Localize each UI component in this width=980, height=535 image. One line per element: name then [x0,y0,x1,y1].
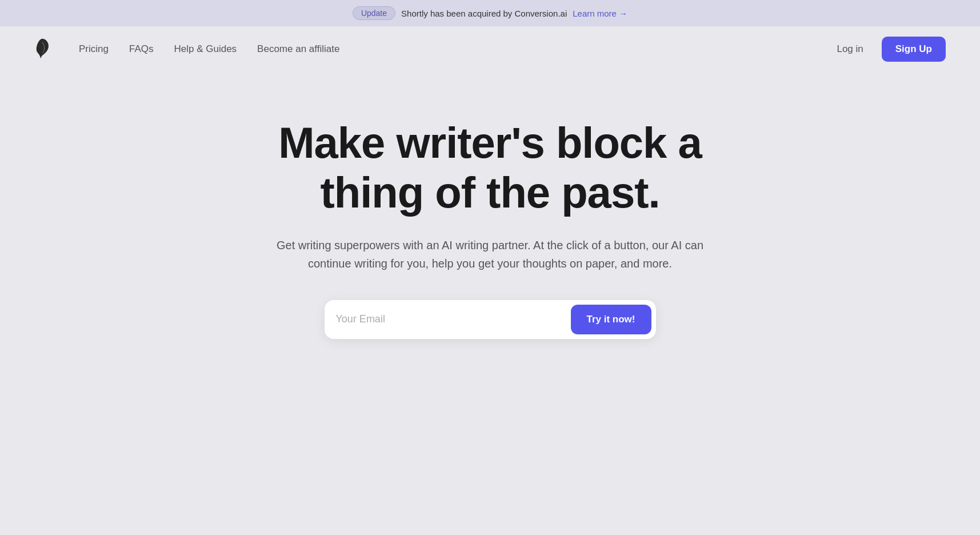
nav-item-faqs[interactable]: FAQs [129,43,154,55]
learn-more-link[interactable]: Learn more → [573,9,627,18]
logo[interactable] [34,38,50,61]
feather-logo-icon [34,38,50,61]
hero-section: Make writer's block a thing of the past.… [0,72,980,396]
update-badge: Update [353,6,395,20]
nav-item-pricing[interactable]: Pricing [79,43,109,55]
nav-item-help-guides[interactable]: Help & Guides [174,43,237,55]
hero-subtitle: Get writing superpowers with an AI writi… [273,236,707,273]
signup-button[interactable]: Sign Up [882,37,946,62]
email-form: Try it now! [325,300,656,339]
nav-left: Pricing FAQs Help & Guides Become an aff… [34,38,339,61]
login-button[interactable]: Log in [830,39,870,59]
navbar: Pricing FAQs Help & Guides Become an aff… [0,26,980,72]
hero-title: Make writer's block a thing of the past. [233,118,747,218]
announcement-text: Shortly has been acquired by Conversion.… [401,9,567,18]
nav-links: Pricing FAQs Help & Guides Become an aff… [79,43,339,55]
announcement-banner: Update Shortly has been acquired by Conv… [0,0,980,26]
nav-right: Log in Sign Up [830,37,946,62]
email-input[interactable] [336,308,571,331]
try-it-now-button[interactable]: Try it now! [571,305,651,334]
nav-item-affiliate[interactable]: Become an affiliate [257,43,339,55]
